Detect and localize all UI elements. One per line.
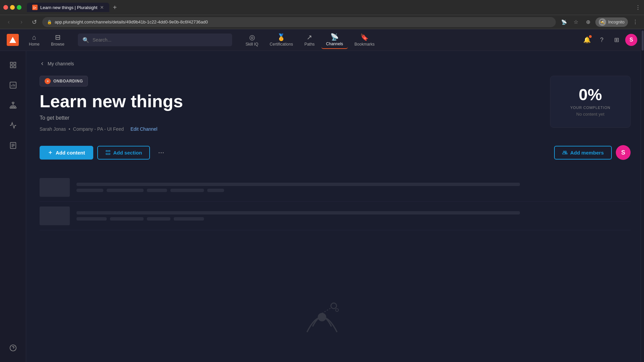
- browser-more-button[interactable]: ⋮: [631, 17, 640, 27]
- nav-item-paths[interactable]: ↗ Paths: [300, 31, 319, 49]
- placeholder-title: [76, 211, 520, 215]
- maximize-button[interactable]: [17, 5, 21, 10]
- bookmarks-label: Bookmarks: [355, 42, 375, 47]
- minimize-button[interactable]: [10, 5, 15, 10]
- add-section-label: Add section: [113, 150, 142, 156]
- placeholder-chip: [147, 189, 167, 192]
- browser-actions: 📡 ☆ ⊕ 🕵 Incognito ⋮: [559, 17, 640, 27]
- add-members-button[interactable]: Add members: [554, 146, 612, 160]
- back-link-label: My channels: [48, 61, 74, 66]
- completion-label: YOUR COMPLETION: [558, 106, 622, 110]
- bookmark-button[interactable]: ☆: [571, 17, 581, 27]
- sidebar-icon-chart[interactable]: [6, 118, 20, 133]
- incognito-avatar: 🕵: [599, 18, 606, 26]
- browser-chrome: ▷ Learn new things | Pluralsight ✕ + ⋮: [0, 0, 644, 15]
- svg-rect-27: [106, 154, 110, 155]
- logo-triangle-icon: [9, 37, 16, 43]
- channels-label: Channels: [326, 42, 343, 46]
- member-avatar[interactable]: S: [616, 145, 631, 160]
- pluralsight-logo[interactable]: [7, 34, 19, 46]
- edit-channel-link[interactable]: Edit Channel: [130, 126, 157, 132]
- channel-feed: Company - PA - UI Feed: [73, 126, 124, 132]
- nav-item-home[interactable]: ⌂ Home: [24, 32, 44, 49]
- url-display: app.pluralsight.com/channels/details/49d…: [55, 19, 208, 24]
- nav-item-skillio[interactable]: ◎ Skill IQ: [241, 31, 263, 49]
- channel-subtitle: To get better: [40, 115, 537, 121]
- nav-right-actions: 🔔 ? ⊞ S: [581, 34, 637, 46]
- back-nav-button[interactable]: ‹: [4, 17, 13, 27]
- notifications-button[interactable]: 🔔: [581, 34, 593, 46]
- sidebar-icon-hierarchy[interactable]: [6, 98, 20, 113]
- help-button[interactable]: ?: [596, 34, 608, 46]
- content-text: [76, 211, 631, 221]
- sidebar-icon-help[interactable]: [6, 341, 20, 355]
- completion-card: 0% YOUR COMPLETION No content yet: [550, 76, 631, 128]
- placeholder-chip: [170, 189, 204, 192]
- content-thumbnail: [40, 206, 70, 225]
- nav-item-certifications[interactable]: 🏅 Certifications: [265, 31, 298, 49]
- content-item[interactable]: [40, 202, 631, 230]
- placeholder-chip: [110, 217, 144, 221]
- badge-label: ONBOARDING: [53, 79, 83, 83]
- profile-button[interactable]: ⊕: [583, 17, 593, 27]
- nav-item-bookmarks[interactable]: 🔖 Bookmarks: [350, 31, 379, 49]
- svg-line-31: [322, 308, 331, 313]
- paths-label: Paths: [304, 42, 315, 47]
- browser-menu-button[interactable]: ⋮: [635, 4, 641, 11]
- forward-nav-button[interactable]: ›: [17, 17, 26, 27]
- channel-title: Learn new things: [40, 92, 537, 111]
- ssl-lock-icon: 🔒: [47, 20, 52, 24]
- channel-badge: ✦ ONBOARDING: [40, 76, 88, 86]
- nav-item-browse[interactable]: ⊟ Browse: [46, 31, 69, 49]
- tab-close-button[interactable]: ✕: [100, 5, 104, 10]
- certifications-icon: 🏅: [277, 33, 285, 41]
- skillio-label: Skill IQ: [246, 42, 258, 47]
- placeholder-chip: [76, 189, 103, 192]
- back-link[interactable]: My channels: [40, 61, 631, 66]
- address-bar[interactable]: 🔒 app.pluralsight.com/channels/details/4…: [42, 17, 556, 27]
- content-item[interactable]: [40, 173, 631, 202]
- reload-button[interactable]: ↺: [30, 17, 39, 27]
- svg-point-30: [336, 309, 338, 311]
- add-section-button[interactable]: Add section: [97, 146, 150, 160]
- completion-percentage: 0%: [558, 87, 622, 103]
- channel-info: ✦ ONBOARDING Learn new things To get bet…: [40, 76, 537, 132]
- notification-dot: [589, 35, 592, 38]
- skillio-icon: ◎: [249, 33, 255, 41]
- nav-item-channels[interactable]: 📡 Channels: [321, 31, 348, 49]
- channel-meta: Sarah Jonas • Company - PA - UI Feed Edi…: [40, 126, 537, 132]
- cast-button[interactable]: 📡: [559, 17, 569, 27]
- placeholder-meta: [76, 217, 631, 221]
- svg-rect-9: [10, 107, 11, 109]
- sidebar-icon-dashboard[interactable]: [6, 58, 20, 72]
- close-button[interactable]: [3, 5, 8, 10]
- search-bar[interactable]: 🔍: [78, 34, 232, 46]
- channel-header: ✦ ONBOARDING Learn new things To get bet…: [40, 76, 631, 132]
- svg-rect-11: [14, 107, 16, 109]
- channel-separator: •: [69, 126, 70, 132]
- svg-rect-26: [108, 150, 110, 152]
- svg-rect-3: [13, 66, 15, 68]
- sidebar-icon-analytics[interactable]: [6, 78, 20, 93]
- home-icon: ⌂: [32, 34, 36, 41]
- incognito-label: Incognito: [608, 20, 625, 24]
- add-content-label: Add content: [56, 150, 85, 156]
- search-input[interactable]: [93, 37, 227, 43]
- content-thumbnail: [40, 178, 70, 197]
- sidebar-icon-reports[interactable]: [6, 138, 20, 153]
- add-section-icon: [105, 150, 111, 155]
- right-scrollbar[interactable]: [641, 29, 644, 362]
- badge-icon: ✦: [45, 78, 51, 84]
- active-tab[interactable]: ▷ Learn new things | Pluralsight ✕: [27, 3, 109, 12]
- placeholder-chip: [76, 217, 107, 221]
- svg-rect-8: [12, 102, 14, 104]
- add-content-button[interactable]: Add content: [40, 146, 93, 160]
- svg-rect-25: [106, 150, 108, 152]
- placeholder-meta: [76, 189, 631, 192]
- new-tab-button[interactable]: +: [110, 3, 119, 12]
- apps-button[interactable]: ⊞: [610, 34, 623, 46]
- more-options-button[interactable]: ···: [154, 145, 168, 160]
- user-avatar[interactable]: S: [625, 34, 637, 46]
- browse-icon: ⊟: [55, 33, 61, 41]
- channels-overlay-icon: [299, 294, 345, 342]
